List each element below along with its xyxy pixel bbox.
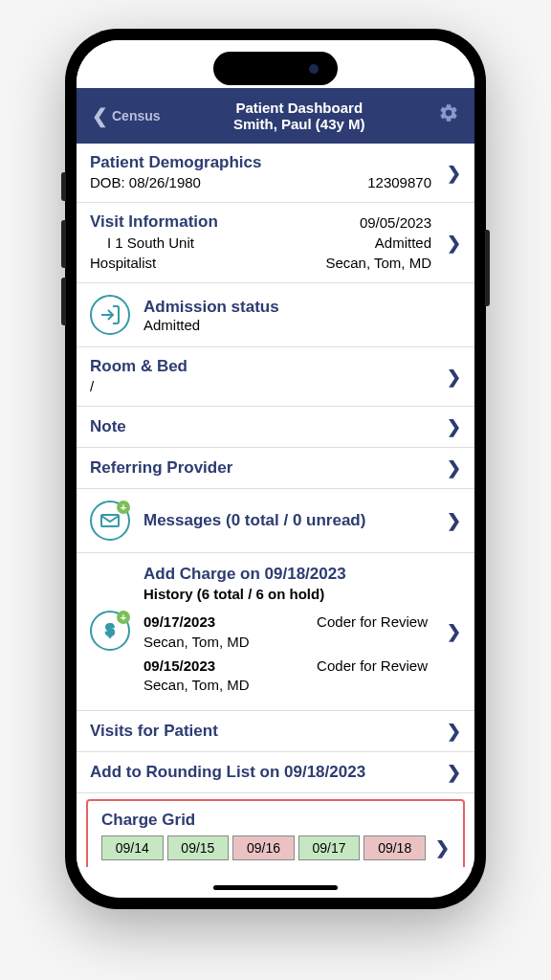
charge-status: Coder for Review: [317, 656, 428, 678]
visit-status: Admitted: [375, 233, 431, 253]
visit-unit: I 1 South Unit: [90, 233, 194, 253]
rounding-title: Add to Rounding List on 09/18/2023: [90, 763, 431, 782]
charge-provider: Secan, Tom, MD: [143, 677, 428, 693]
svg-text:$: $: [106, 622, 115, 638]
charge-grid-title: Charge Grid: [101, 811, 450, 830]
patient-subtitle: Smith, Paul (43y M): [161, 116, 438, 132]
chevron-right-icon: ❯: [447, 163, 461, 184]
messages-icon: +: [90, 501, 130, 541]
visit-row[interactable]: Visit Information 09/05/2023 I 1 South U…: [77, 203, 474, 283]
charge-status: Coder for Review: [317, 612, 428, 634]
visits-list-row[interactable]: Visits for Patient ❯: [77, 711, 474, 752]
referring-row[interactable]: Referring Provider ❯: [77, 448, 474, 489]
room-title: Room & Bed: [90, 357, 431, 376]
demographics-dob: DOB: 08/26/1980: [90, 172, 201, 192]
app-header: ❮ Census Patient Dashboard Smith, Paul (…: [77, 88, 474, 144]
chevron-right-icon: ❯: [447, 621, 461, 642]
chevron-right-icon: ❯: [447, 233, 461, 254]
phone-silent-switch: [61, 172, 66, 201]
demographics-mrn: 12309870: [367, 172, 431, 192]
phone-screen: ❮ Census Patient Dashboard Smith, Paul (…: [77, 40, 474, 898]
charge-grid-cell[interactable]: 09/14: [101, 835, 164, 860]
back-button[interactable]: ❮ Census: [92, 104, 161, 127]
room-bed-row[interactable]: Room & Bed / ❯: [77, 347, 474, 407]
chevron-right-icon: ❯: [447, 416, 461, 437]
phone-volume-up: [61, 220, 66, 268]
back-label: Census: [112, 108, 161, 123]
chevron-right-icon: ❯: [430, 837, 450, 858]
charge-grid-cell[interactable]: 09/16: [232, 835, 295, 860]
charge-date: 09/17/2023: [143, 612, 215, 634]
note-row[interactable]: Note ❯: [77, 407, 474, 448]
charge-provider: Secan, Tom, MD: [143, 634, 428, 650]
messages-row[interactable]: + Messages (0 total / 0 unread) ❯: [77, 489, 474, 553]
phone-volume-down: [61, 278, 66, 325]
charge-grid-row: 09/14 09/15 09/16 09/17 09/18 ❯: [101, 835, 450, 860]
visit-provider: Secan, Tom, MD: [325, 253, 431, 273]
demographics-title: Patient Demographics: [90, 153, 431, 172]
admission-row: Admission status Admitted: [77, 283, 474, 347]
messages-title: Messages (0 total / 0 unread): [143, 511, 428, 530]
settings-button[interactable]: [438, 102, 459, 129]
visits-list-title: Visits for Patient: [90, 722, 431, 741]
visit-service: Hospitalist: [90, 253, 156, 273]
chevron-right-icon: ❯: [447, 721, 461, 742]
chevron-right-icon: ❯: [447, 457, 461, 479]
phone-notch: [213, 52, 338, 85]
visit-title: Visit Information: [90, 212, 218, 233]
add-charge-title: Add Charge on 09/18/2023: [143, 565, 428, 584]
chevron-left-icon: ❮: [92, 104, 108, 127]
rounding-row[interactable]: Add to Rounding List on 09/18/2023 ❯: [77, 752, 474, 793]
charge-history-label: History (6 total / 6 on hold): [143, 584, 428, 604]
page-title: Patient Dashboard: [161, 100, 438, 116]
charge-icon: $ +: [90, 611, 130, 651]
home-indicator[interactable]: [213, 885, 338, 890]
content-scroll[interactable]: Patient Demographics DOB: 08/26/1980 123…: [77, 144, 474, 867]
phone-power-button: [485, 230, 490, 306]
admission-icon: [90, 295, 130, 335]
charge-date: 09/15/2023: [143, 656, 215, 678]
phone-frame: ❮ Census Patient Dashboard Smith, Paul (…: [65, 29, 486, 909]
plus-badge-icon: +: [117, 611, 130, 624]
charge-grid-cell[interactable]: 09/17: [298, 835, 361, 860]
referring-title: Referring Provider: [90, 458, 431, 478]
chevron-right-icon: ❯: [447, 510, 461, 531]
header-center: Patient Dashboard Smith, Paul (43y M): [161, 100, 438, 132]
visit-date: 09/05/2023: [360, 212, 431, 233]
room-value: /: [90, 376, 431, 396]
admission-value: Admitted: [143, 317, 279, 333]
chevron-right-icon: ❯: [447, 762, 461, 783]
note-title: Note: [90, 417, 431, 436]
plus-badge-icon: +: [117, 501, 130, 514]
demographics-row[interactable]: Patient Demographics DOB: 08/26/1980 123…: [77, 144, 474, 203]
charges-row[interactable]: $ + Add Charge on 09/18/2023 History (6 …: [77, 553, 474, 711]
charge-grid-cell[interactable]: 09/18: [364, 835, 426, 860]
charge-entries: 09/17/2023 Coder for Review Secan, Tom, …: [143, 612, 428, 693]
chevron-right-icon: ❯: [447, 367, 461, 388]
charge-grid-section[interactable]: Charge Grid 09/14 09/15 09/16 09/17 09/1…: [86, 799, 465, 867]
gear-icon: [438, 102, 459, 123]
admission-label: Admission status: [143, 298, 279, 317]
charge-grid-cell[interactable]: 09/15: [167, 835, 230, 860]
